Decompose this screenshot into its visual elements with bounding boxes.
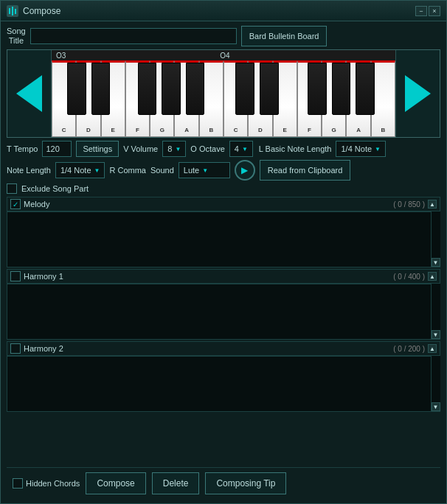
piano-keyboard: O3 O4 C D E F G A B C D E F G A	[7, 49, 440, 138]
octave-chevron-icon: ▼	[242, 146, 248, 153]
octave-label: O Octave	[190, 144, 224, 153]
piano-scroll-right-button[interactable]	[395, 50, 440, 137]
harmony1-scroll-bar: ▲	[428, 272, 437, 281]
black-key-gs3[interactable]	[162, 63, 181, 115]
octave-dropdown[interactable]: 4 ▼	[229, 141, 253, 157]
harmony1-scroll-down[interactable]: ▼	[432, 330, 440, 339]
exclude-song-part-checkbox[interactable]	[7, 183, 17, 194]
harmony2-label: Harmony 2	[24, 344, 63, 353]
black-key-ds4[interactable]	[260, 63, 279, 115]
composing-tip-button[interactable]: Composing Tip	[205, 472, 286, 494]
read-clipboard-button[interactable]: Read from Clipboard	[260, 160, 351, 181]
harmony1-textarea[interactable]	[7, 284, 431, 339]
melody-checkbox[interactable]	[10, 199, 21, 209]
play-icon: ▶	[241, 165, 248, 175]
note-length-basic-label: L Basic Note Length	[259, 144, 332, 153]
harmony2-textarea[interactable]	[7, 356, 431, 411]
note-length-value: 1/4 Note	[60, 166, 91, 175]
melody-track-header: Melody ( 0 / 850 ) ▲	[7, 197, 440, 211]
melody-scrollbar: ▼	[431, 211, 440, 267]
exclude-song-part-label: Exclude Song Part	[21, 184, 89, 193]
black-key-cs3[interactable]	[67, 63, 86, 115]
harmony2-scrollbar-track	[432, 356, 440, 402]
close-button[interactable]: ×	[429, 6, 440, 16]
song-title-input[interactable]	[30, 28, 237, 44]
harmony1-checkbox[interactable]	[10, 271, 21, 281]
svg-rect-2	[12, 7, 13, 15]
bard-bulletin-board-button[interactable]: Bard Bulletin Board	[241, 26, 328, 46]
harmony2-counter: ( 0 / 200 )	[393, 345, 425, 353]
harmony2-checkbox[interactable]	[10, 343, 21, 354]
controls-row-1: T Tempo Settings V Volume 8 ▼ O Octave 4…	[7, 141, 440, 157]
melody-scrollbar-track	[432, 211, 440, 258]
black-key-fs3[interactable]	[138, 63, 157, 115]
black-key-as4[interactable]	[356, 63, 375, 115]
melody-track-body: ▼	[7, 211, 440, 267]
melody-scroll-up[interactable]: ▲	[428, 200, 437, 209]
black-key-gs4[interactable]	[332, 63, 351, 115]
hidden-chords-row: Hidden Chords	[13, 478, 80, 489]
piano-scroll-left-button[interactable]	[7, 50, 52, 137]
left-arrow-icon	[16, 75, 42, 112]
controls-row-2: Note Length 1/4 Note ▼ R Comma Sound Lut…	[7, 160, 440, 181]
note-length-dropdown[interactable]: 1/4 Note ▼	[55, 162, 105, 178]
sound-chevron-icon: ▼	[202, 167, 208, 174]
basic-note-length-dropdown[interactable]: 1/4 Note ▼	[336, 141, 386, 157]
melody-scroll-down[interactable]: ▼	[432, 258, 440, 267]
octave-value: 4	[235, 144, 239, 153]
svg-rect-3	[15, 9, 16, 14]
window-title: Compose	[23, 6, 414, 16]
volume-dropdown[interactable]: 8 ▼	[162, 141, 186, 157]
harmony2-track-header: Harmony 2 ( 0 / 200 ) ▲	[7, 342, 440, 355]
hidden-chords-label: Hidden Chords	[26, 479, 80, 488]
harmony1-scroll-up[interactable]: ▲	[428, 272, 437, 281]
sound-dropdown[interactable]: Lute ▼	[179, 162, 230, 178]
compose-button[interactable]: Compose	[86, 472, 145, 494]
content-area: Song Title Bard Bulletin Board O3 O4 C D	[1, 21, 446, 503]
piano-keys-area: O3 O4 C D E F G A B C D E F G A	[52, 50, 395, 137]
bottom-bar: Hidden Chords Compose Delete Composing T…	[7, 467, 440, 499]
hidden-chords-checkbox[interactable]	[13, 478, 23, 489]
basic-note-length-value: 1/4 Note	[341, 144, 372, 153]
right-arrow-icon	[405, 75, 431, 112]
harmony2-scroll-up[interactable]: ▲	[428, 344, 437, 353]
svg-rect-1	[9, 8, 10, 14]
harmony1-track: Harmony 1 ( 0 / 400 ) ▲ ▼	[7, 269, 440, 340]
app-icon	[7, 5, 18, 17]
harmony1-track-header: Harmony 1 ( 0 / 400 ) ▲	[7, 270, 440, 283]
note-length-chevron-icon: ▼	[94, 167, 100, 174]
harmony2-scroll-down[interactable]: ▼	[432, 402, 440, 411]
basic-note-length-chevron-icon: ▼	[375, 146, 381, 153]
song-title-row: Song Title Bard Bulletin Board	[7, 26, 440, 46]
sound-value: Lute	[184, 166, 199, 175]
black-key-cs4[interactable]	[235, 63, 254, 115]
melody-scroll-bar: ▲	[428, 200, 437, 209]
black-key-as3[interactable]	[186, 63, 205, 115]
minimize-button[interactable]: −	[415, 6, 427, 16]
harmony2-scroll-bar: ▲	[428, 344, 437, 353]
melody-label: Melody	[24, 200, 49, 209]
octave-label-right: O4	[220, 52, 229, 60]
tracks-container: Melody ( 0 / 850 ) ▲ ▼	[7, 197, 440, 464]
volume-label: V Volume	[123, 144, 158, 153]
settings-button[interactable]: Settings	[76, 141, 119, 157]
comma-label: R Comma	[109, 166, 146, 175]
note-length-label: Note Length	[7, 166, 51, 175]
black-key-ds3[interactable]	[91, 63, 111, 115]
octave-label-left: O3	[56, 52, 66, 60]
harmony1-label: Harmony 1	[24, 272, 63, 281]
melody-counter: ( 0 / 850 )	[393, 200, 425, 209]
harmony1-scrollbar-track	[432, 284, 440, 330]
harmony2-track: Harmony 2 ( 0 / 200 ) ▲ ▼	[7, 341, 440, 412]
harmony1-track-body: ▼	[7, 283, 440, 339]
melody-track: Melody ( 0 / 850 ) ▲ ▼	[7, 197, 440, 267]
melody-textarea[interactable]	[7, 211, 431, 267]
play-button[interactable]: ▶	[235, 160, 255, 181]
delete-button[interactable]: Delete	[152, 472, 200, 494]
titlebar: Compose − ×	[1, 1, 446, 21]
tempo-input[interactable]	[42, 141, 72, 157]
exclude-song-part-row: Exclude Song Part	[7, 183, 440, 194]
black-key-fs4[interactable]	[308, 63, 327, 115]
main-window: Compose − × Song Title Bard Bulletin Boa…	[0, 0, 447, 504]
volume-chevron-icon: ▼	[175, 146, 181, 153]
